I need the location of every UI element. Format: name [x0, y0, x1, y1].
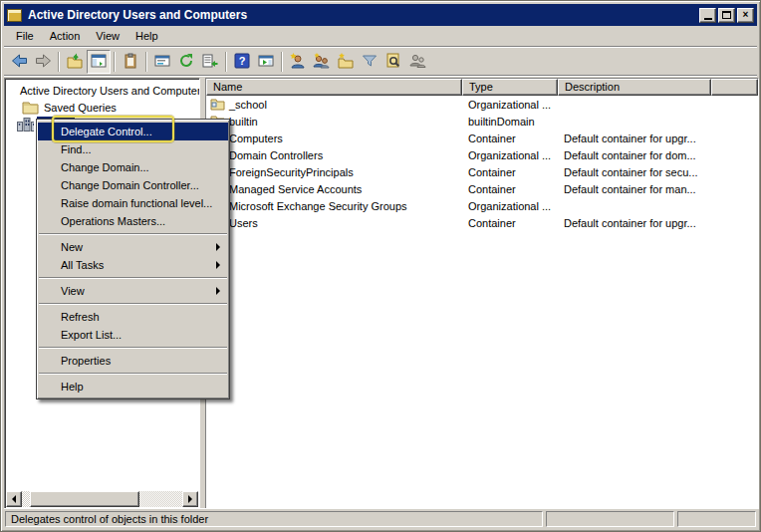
menu-item-raise-domain-functional-level[interactable]: Raise domain functional level... — [38, 194, 228, 212]
menu-item-all-tasks[interactable]: All Tasks — [38, 256, 228, 274]
clipboard-button[interactable] — [119, 50, 142, 74]
item-type: Container — [462, 166, 558, 178]
menu-item-operations-masters[interactable]: Operations Masters... — [38, 212, 228, 230]
toolbar-separator — [281, 52, 283, 72]
toolbar-separator — [58, 52, 60, 72]
column-header-name[interactable]: Name — [206, 79, 462, 96]
column-header-type[interactable]: Type — [462, 79, 558, 96]
new-user-icon — [290, 53, 306, 71]
properties-button[interactable] — [150, 50, 174, 74]
scrollbar-thumb[interactable] — [30, 491, 139, 507]
status-text: Delegates control of objects in this fol… — [5, 511, 543, 527]
item-type: builtinDomain — [462, 116, 558, 128]
tree-item-root-label: Active Directory Users and Computers — [18, 85, 200, 97]
back-arrow-icon — [11, 53, 28, 71]
list-item-school[interactable]: _school Organizational ... — [206, 96, 758, 113]
menu-separator — [39, 347, 227, 349]
new-organizational-unit-button[interactable] — [334, 50, 358, 74]
menu-item-find[interactable]: Find... — [38, 140, 228, 158]
menu-help[interactable]: Help — [127, 27, 166, 45]
item-name: Microsoft Exchange Security Groups — [229, 200, 407, 212]
toolbar-separator — [114, 52, 116, 72]
menu-item-export-list[interactable]: Export List... — [38, 326, 228, 344]
close-button[interactable]: × — [737, 8, 754, 23]
svg-text:?: ? — [239, 55, 246, 67]
item-description: Default container for dom... — [558, 149, 711, 161]
list-item-builtin[interactable]: builtin builtinDomain — [206, 113, 758, 130]
help-button[interactable]: ? — [230, 50, 254, 74]
new-user-button[interactable] — [286, 50, 310, 74]
menu-view[interactable]: View — [88, 27, 127, 45]
item-type: Organizational ... — [462, 99, 558, 111]
menu-item-delegate-control[interactable]: Delegate Control... — [38, 123, 228, 140]
menu-file[interactable]: File — [8, 27, 42, 45]
menu-item-help[interactable]: Help — [38, 378, 228, 396]
new-group-icon — [313, 53, 331, 71]
menu-item-change-domain-controller[interactable]: Change Domain Controller... — [38, 176, 228, 194]
menu-separator — [39, 277, 227, 279]
tree-item-root[interactable]: Active Directory Users and Computers — [5, 82, 199, 99]
export-list-icon — [202, 53, 218, 71]
new-ou-icon — [338, 53, 354, 71]
item-name: builtin — [229, 116, 258, 128]
console-tree-icon — [91, 53, 107, 71]
column-header-description[interactable]: Description — [558, 79, 711, 96]
app-icon — [7, 9, 22, 22]
status-bar: Delegates control of objects in this fol… — [4, 508, 757, 528]
item-type: Container — [462, 183, 558, 195]
maximize-icon — [722, 11, 731, 19]
item-description: Default container for upgr... — [558, 133, 711, 144]
find-button[interactable] — [381, 50, 405, 74]
group-members-icon — [408, 53, 426, 71]
item-type: Container — [462, 133, 558, 144]
filter-button[interactable] — [358, 50, 381, 74]
properties-window-icon — [154, 53, 170, 71]
toolbar-separator — [225, 52, 227, 72]
menu-item-new[interactable]: New — [38, 238, 228, 256]
item-description: Default container for secu... — [558, 166, 711, 178]
details-pane: Name Type Description _school Organizati… — [205, 78, 759, 509]
toolbar: ? — [4, 48, 757, 76]
scroll-left-button[interactable] — [6, 491, 22, 507]
scroll-right-icon — [188, 495, 192, 503]
menu-item-refresh[interactable]: Refresh — [38, 308, 228, 326]
list-item-computers[interactable]: Computers Container Default container fo… — [206, 130, 758, 146]
maximize-button[interactable] — [718, 8, 735, 23]
forward-button[interactable] — [31, 50, 55, 74]
toolbar-separator — [145, 52, 147, 72]
list-item-foreign-security-principals[interactable]: ForeignSecurityPrincipals Container Defa… — [206, 163, 758, 180]
item-type: Container — [462, 217, 558, 229]
find-icon — [385, 53, 401, 71]
menu-separator — [39, 373, 227, 375]
title-bar[interactable]: Active Directory Users and Computers × — [4, 4, 757, 26]
add-to-group-button[interactable] — [405, 50, 429, 74]
item-type: Organizational ... — [462, 149, 558, 161]
help-icon: ? — [234, 53, 250, 71]
window-title: Active Directory Users and Computers — [28, 8, 247, 22]
tree-horizontal-scrollbar[interactable] — [6, 491, 198, 507]
refresh-button[interactable] — [174, 50, 198, 74]
list-item-microsoft-exchange-security-groups[interactable]: Microsoft Exchange Security Groups Organ… — [206, 197, 758, 214]
status-panel — [677, 511, 756, 527]
menu-item-view[interactable]: View — [38, 282, 228, 300]
list-item-managed-service-accounts[interactable]: Managed Service Accounts Container Defau… — [206, 180, 758, 197]
show-action-pane-button[interactable] — [254, 50, 278, 74]
up-one-level-button[interactable] — [63, 50, 87, 74]
scroll-right-button[interactable] — [182, 491, 198, 507]
item-name: Managed Service Accounts — [229, 183, 362, 195]
show-console-tree-button[interactable] — [87, 50, 111, 74]
menu-action[interactable]: Action — [42, 27, 89, 45]
export-list-button[interactable] — [198, 50, 222, 74]
tree-item-saved-queries[interactable]: Saved Queries — [5, 99, 199, 116]
menu-item-view-label: View — [61, 285, 85, 297]
list-item-users[interactable]: Users Container Default container for up… — [206, 214, 758, 231]
minimize-button[interactable] — [699, 8, 716, 23]
back-button[interactable] — [7, 50, 31, 74]
ou-folder-icon — [210, 98, 225, 111]
item-name: Users — [229, 217, 258, 229]
menu-item-change-domain[interactable]: Change Domain... — [38, 158, 228, 176]
list-item-domain-controllers[interactable]: Domain Controllers Organizational ... De… — [206, 146, 758, 163]
status-panel — [546, 511, 674, 527]
new-group-button[interactable] — [310, 50, 334, 74]
menu-item-properties[interactable]: Properties — [38, 352, 228, 370]
